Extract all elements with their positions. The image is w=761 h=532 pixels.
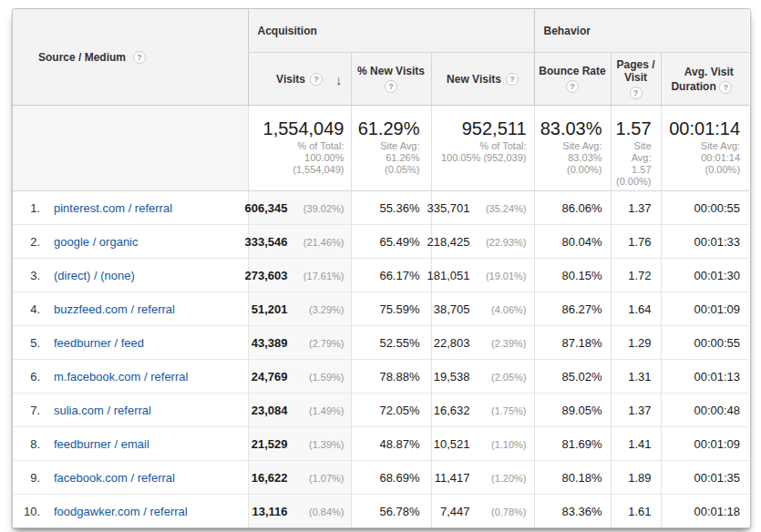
summary-bounce-rate-value: 83.03% [535, 118, 602, 138]
source-medium-cell: 6. m.facebook.com / referral [13, 360, 248, 394]
pages-visit-value: 1.89 [628, 471, 651, 485]
column-header-source-medium[interactable]: Source / Medium ? [13, 9, 248, 106]
help-icon[interactable]: ? [719, 81, 732, 94]
column-header-avg-duration[interactable]: Avg. Visit Duration ? [661, 53, 749, 106]
pct-new-visits-value: 48.87% [379, 437, 419, 451]
new-visits-value: 218,425 [427, 235, 470, 249]
bounce-rate-cell: 81.69% [534, 427, 611, 461]
avg-duration-cell: 00:01:09 [661, 292, 749, 326]
source-medium-cell: 2. google / organic [13, 225, 248, 259]
pages-visit-cell: 1.64 [611, 292, 661, 326]
column-header-pages-visit[interactable]: Pages / Visit ? [611, 53, 661, 106]
bounce-rate-value: 87.18% [561, 336, 602, 350]
visits-percent: (0.84%) [288, 506, 345, 517]
visits-cell: 606,345 (39.02%) [248, 191, 351, 225]
source-medium-cell: 3. (direct) / (none) [13, 259, 248, 292]
avg-duration-value: 00:00:48 [694, 404, 740, 417]
new-visits-cell: 11,417 (1.20%) [431, 461, 534, 495]
pages-visit-value: 1.29 [628, 336, 651, 350]
bounce-rate-value: 81.69% [561, 437, 602, 451]
visits-percent: (17.61%) [288, 271, 345, 281]
avg-duration-value: 00:01:18 [694, 505, 740, 518]
pct-new-visits-value: 72.05% [379, 404, 419, 417]
visits-percent: (1.49%) [288, 405, 345, 416]
column-header-visits[interactable]: Visits ? ↓ [248, 53, 351, 106]
source-medium-link[interactable]: feedburner / feed [54, 336, 144, 350]
new-visits-value: 19,538 [434, 370, 470, 384]
avg-duration-value: 00:01:09 [694, 437, 740, 451]
pages-visit-cell: 1.37 [611, 394, 661, 427]
visits-percent: (2.79%) [288, 338, 345, 349]
visits-label: Visits [276, 73, 305, 86]
source-medium-link[interactable]: foodgawker.com / referral [54, 505, 188, 518]
help-icon[interactable]: ? [310, 73, 323, 86]
source-medium-link[interactable]: buzzfeed.com / referral [54, 302, 175, 316]
pct-new-visits-value: 78.88% [379, 370, 419, 384]
source-medium-table: Source / Medium ? Acquisition Behavior V… [13, 9, 749, 527]
table-row: 3. (direct) / (none) 273,603 (17.61%) 66… [13, 259, 749, 292]
bounce-rate-value: 80.15% [561, 269, 602, 282]
avg-duration-cell: 00:00:55 [661, 326, 749, 360]
avg-duration-cell: 00:01:13 [661, 360, 749, 394]
source-medium-link[interactable]: pinterest.com / referral [54, 201, 172, 215]
bounce-rate-value: 80.18% [561, 471, 602, 485]
source-medium-cell: 1. pinterest.com / referral [13, 191, 248, 225]
visits-value: 23,084 [252, 404, 288, 417]
visits-percent: (21.46%) [288, 237, 345, 248]
summary-pct-new-visits-value: 61.29% [352, 118, 420, 138]
summary-pages-visit-value: 1.57 [612, 118, 652, 138]
new-visits-value: 38,705 [434, 302, 470, 316]
help-icon[interactable]: ? [566, 80, 579, 93]
row-number: 9. [13, 471, 40, 485]
summary-visits: 1,554,049 % of Total: 100.00% (1,554,049… [248, 106, 351, 191]
visits-cell: 51,201 (3.29%) [248, 292, 351, 326]
visits-cell: 13,116 (0.84%) [248, 495, 351, 528]
pct-new-visits-value: 68.69% [379, 471, 419, 485]
table-row: 8. feedburner / email 21,529 (1.39%) 48.… [13, 427, 749, 461]
column-header-pct-new-visits[interactable]: % New Visits ? [351, 53, 431, 106]
help-icon[interactable]: ? [630, 87, 643, 99]
pages-visit-cell: 1.89 [611, 461, 661, 495]
avg-duration-cell: 00:01:33 [661, 225, 749, 259]
avg-duration-value: 00:01:33 [694, 235, 740, 249]
bounce-rate-value: 89.05% [561, 404, 602, 417]
source-medium-link[interactable]: (direct) / (none) [54, 269, 135, 282]
bounce-rate-label: Bounce Rate [539, 65, 605, 77]
column-header-new-visits[interactable]: New Visits ? [431, 53, 534, 106]
source-medium-link[interactable]: feedburner / email [54, 437, 149, 451]
avg-duration-cell: 00:01:09 [661, 427, 749, 461]
new-visits-cell: 10,521 (1.10%) [431, 427, 534, 461]
bounce-rate-cell: 86.06% [534, 191, 611, 225]
pages-visit-value: 1.41 [628, 437, 651, 451]
summary-bounce-rate-subtext: Site Avg: 83.03% (0.00%) [535, 140, 602, 176]
group-header-behavior: Behavior [534, 9, 749, 53]
summary-dimension-cell [13, 106, 248, 191]
help-icon[interactable]: ? [133, 51, 146, 64]
new-visits-percent: (4.06%) [470, 304, 527, 315]
source-medium-link[interactable]: sulia.com / referral [54, 404, 151, 417]
avg-duration-value: 00:00:55 [694, 336, 740, 350]
column-header-bounce-rate[interactable]: Bounce Rate ? [534, 53, 611, 106]
table-row: 9. facebook.com / referral 16,622 (1.07%… [13, 461, 749, 495]
pages-visit-value: 1.31 [628, 370, 651, 384]
pct-new-visits-cell: 52.55% [351, 326, 431, 360]
help-icon[interactable]: ? [385, 80, 397, 93]
source-medium-link[interactable]: facebook.com / referral [54, 471, 175, 485]
visits-value: 51,201 [252, 302, 288, 316]
new-visits-percent: (2.05%) [470, 372, 527, 383]
row-number: 8. [13, 437, 40, 451]
pages-visit-cell: 1.41 [611, 427, 661, 461]
pct-new-visits-value: 75.59% [379, 302, 419, 316]
new-visits-value: 11,417 [435, 471, 470, 485]
bounce-rate-cell: 80.04% [534, 225, 611, 259]
help-icon[interactable]: ? [506, 73, 519, 86]
pages-visit-cell: 1.61 [611, 495, 661, 528]
pages-visit-cell: 1.31 [611, 360, 661, 394]
source-medium-link[interactable]: m.facebook.com / referral [54, 370, 188, 384]
pct-new-visits-cell: 55.36% [351, 191, 431, 225]
pct-new-visits-value: 65.49% [379, 235, 419, 249]
summary-visits-subtext: % of Total: 100.00% (1,554,049) [249, 140, 345, 176]
bounce-rate-cell: 86.27% [534, 292, 611, 326]
pct-new-visits-cell: 78.88% [351, 360, 431, 394]
source-medium-link[interactable]: google / organic [54, 235, 139, 249]
